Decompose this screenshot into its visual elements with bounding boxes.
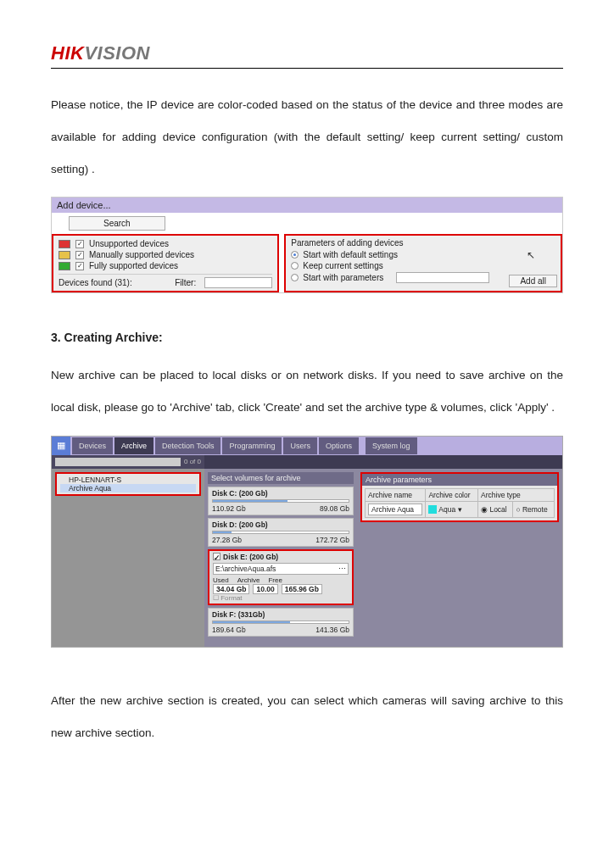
browse-icon[interactable]: ⋯ [338, 565, 346, 573]
cursor-icon: ↖ [527, 249, 535, 261]
legend-unsupported-label: Unsupported devices [89, 239, 169, 248]
tree-column: HP-LENNART-S Archive Aqua [52, 469, 204, 647]
radio-local[interactable]: ◉ Local [478, 501, 513, 517]
tree-box: HP-LENNART-S Archive Aqua [55, 472, 201, 496]
filter-input[interactable] [204, 277, 272, 288]
tab-programming[interactable]: Programming [222, 437, 282, 454]
radio-keep[interactable] [291, 262, 299, 270]
opt-params-label: Start with parameters [303, 273, 383, 282]
disk-c-free: 89.08 Gb [320, 504, 349, 513]
archive-color-select[interactable]: Aqua [438, 505, 455, 514]
local-label: Local [489, 505, 506, 514]
legend-manual-label: Manually supported devices [89, 250, 194, 259]
opt-default-label: Start with default settings [303, 250, 398, 259]
disk-e-title: Disk E: (200 Gb) [223, 553, 278, 561]
intro-paragraph: Please notice, the IP device are color-c… [51, 89, 563, 185]
disk-e-archive-label: Archive [237, 576, 260, 584]
tree-root[interactable]: HP-LENNART-S [60, 476, 196, 484]
search-count: 0 of 0 [184, 458, 201, 465]
archive-name-label: Archive name [366, 488, 426, 501]
logo-part2: VISION [84, 42, 150, 64]
disk-f-free: 141.36 Gb [315, 626, 349, 634]
parameters-title: Parameters of adding devices [291, 238, 555, 248]
archive-params-header: Archive parameters [362, 474, 557, 486]
params-select[interactable] [396, 272, 489, 283]
color-swatch-aqua [428, 505, 437, 514]
volumes-column: Select volumes for archive Disk C: (200 … [204, 469, 357, 647]
filter-label: Filter: [175, 278, 196, 287]
radio-params[interactable] [291, 274, 299, 281]
disk-c-title: Disk C: (200 Gb) [212, 489, 268, 498]
disk-f-used: 189.64 Gb [212, 626, 246, 634]
disk-f-panel[interactable]: Disk F: (331Gb) 189.64 Gb141.36 Gb [208, 608, 354, 637]
disk-d-used: 27.28 Gb [212, 536, 242, 544]
add-all-button[interactable]: Add all [509, 275, 557, 287]
home-icon[interactable]: ▦ [52, 437, 70, 455]
format-checkbox-row[interactable]: ☐ Format [213, 594, 349, 602]
add-device-screenshot: Add device... Search ✓ Unsupported devic… [51, 197, 563, 293]
disk-e-checkbox[interactable]: ✓ [213, 553, 220, 560]
format-label: Format [220, 594, 242, 602]
outro-paragraph: After the new archive section is created… [51, 685, 563, 749]
archive-name-input[interactable]: Archive Aqua [368, 504, 422, 515]
disk-e-archive-val[interactable]: 10.00 [253, 584, 277, 594]
disk-e-free-label: Free [268, 576, 282, 584]
swatch-yellow [59, 251, 70, 259]
tab-users[interactable]: Users [283, 437, 317, 454]
archive-params-box: Archive parameters Archive name Archive … [360, 472, 559, 522]
disk-e-used-val: 34.04 Gb [213, 584, 249, 594]
tree-search-input[interactable] [55, 458, 181, 466]
window-title: Add device... [52, 198, 562, 213]
opt-keep-label: Keep current settings [303, 261, 383, 270]
legend-full: ✓ Fully supported devices [59, 260, 272, 271]
volumes-header: Select volumes for archive [208, 472, 354, 484]
disk-e-panel[interactable]: ✓Disk E: (200 Gb) E:\archiveAqua.afs⋯ Us… [208, 549, 354, 605]
section-3-para: New archive can be placed to local disks… [51, 359, 563, 424]
tab-detection[interactable]: Detection Tools [155, 437, 220, 454]
toolbar2: 0 of 0 [52, 455, 562, 469]
disk-e-used-label: Used [213, 576, 229, 584]
disk-e-path[interactable]: E:\archiveAqua.afs [215, 565, 276, 573]
archive-type-label: Archive type [478, 488, 555, 501]
disk-d-title: Disk D: (200 Gb) [212, 520, 268, 529]
device-legend-panel: ✓ Unsupported devices ✓ Manually support… [52, 234, 279, 292]
disk-d-free: 172.72 Gb [315, 536, 349, 544]
legend-full-label: Fully supported devices [89, 261, 178, 270]
disk-e-free-val: 165.96 Gb [282, 584, 322, 594]
tree-archive-item[interactable]: Archive Aqua [60, 484, 196, 492]
parameters-panel: Parameters of adding devices Start with … [284, 234, 562, 292]
radio-remote[interactable]: ○ Remote [513, 501, 555, 517]
tab-syslog[interactable]: System log [366, 437, 417, 454]
tab-options[interactable]: Options [319, 437, 359, 454]
checkbox-unsupported[interactable]: ✓ [75, 240, 84, 248]
tab-devices[interactable]: Devices [72, 437, 113, 454]
devices-found-label: Devices found (31): [59, 278, 132, 287]
properties-column: Archive parameters Archive name Archive … [357, 469, 562, 647]
swatch-red [59, 240, 70, 248]
search-button[interactable]: Search [69, 216, 165, 231]
checkbox-full[interactable]: ✓ [75, 262, 84, 270]
archive-color-label: Archive color [426, 488, 478, 501]
legend-unsupported: ✓ Unsupported devices [59, 238, 272, 249]
disk-d-panel[interactable]: Disk D: (200 Gb) 27.28 Gb172.72 Gb [208, 518, 354, 547]
remote-label: Remote [522, 505, 548, 514]
top-nav: ▦ Devices Archive Detection Tools Progra… [52, 437, 562, 455]
disk-f-title: Disk F: (331Gb) [212, 610, 265, 619]
archive-screenshot: ▦ Devices Archive Detection Tools Progra… [51, 436, 563, 648]
disk-c-panel[interactable]: Disk C: (200 Gb) 110.92 Gb89.08 Gb [208, 487, 354, 515]
legend-manual: ✓ Manually supported devices [59, 249, 272, 260]
logo-part1: HIK [51, 42, 84, 64]
logo: HIKVISION [51, 42, 563, 69]
radio-default[interactable] [291, 251, 299, 259]
checkbox-manual[interactable]: ✓ [75, 251, 84, 259]
disk-c-used: 110.92 Gb [212, 504, 246, 513]
tab-archive[interactable]: Archive [114, 437, 154, 454]
swatch-green [59, 262, 70, 270]
section-3-heading: 3. Creating Archive: [51, 331, 563, 344]
